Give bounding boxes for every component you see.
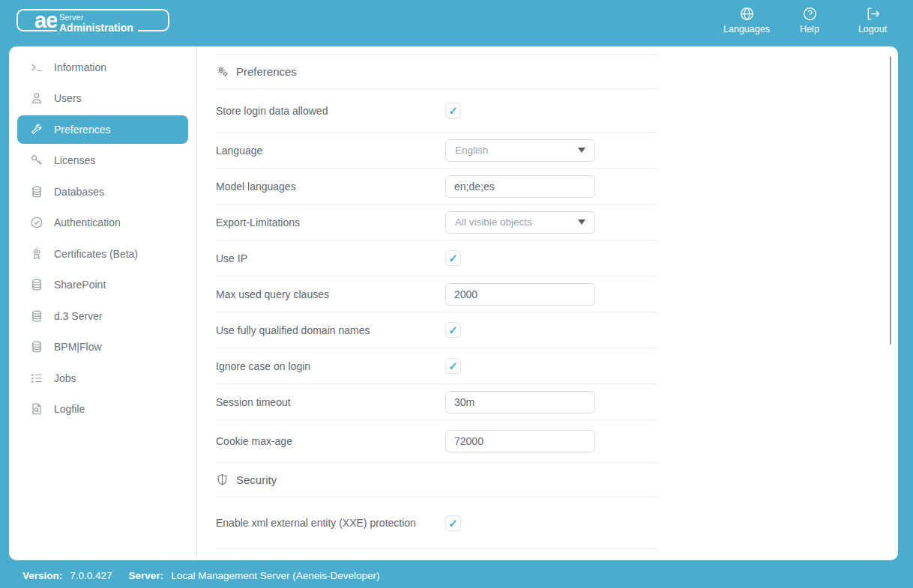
sidebar-item-information[interactable]: Information — [17, 52, 188, 83]
session-timeout-input[interactable] — [445, 391, 595, 413]
ignore-case-checkbox[interactable]: ✓ — [445, 358, 461, 374]
sidebar-item-bpm-flow[interactable]: BPM|Flow — [17, 332, 188, 363]
store-login-data-checkbox[interactable]: ✓ — [445, 103, 461, 118]
sidebar-item-label: Certificates (Beta) — [54, 248, 138, 260]
sidebar-item-logfile[interactable]: Logfile — [17, 394, 188, 425]
settings-content: Preferences Store login data allowed ✓ L… — [198, 46, 898, 560]
server-value: Local Management Server (Aeneis-Develope… — [171, 570, 379, 581]
sidebar-item-label: Jobs — [54, 372, 76, 384]
logfile-icon — [30, 402, 43, 416]
globe-icon — [739, 6, 755, 22]
sidebar-item-label: BPM|Flow — [54, 341, 102, 353]
sidebar-item-authentication[interactable]: Authentication — [17, 207, 188, 239]
row-store-login-data: Store login data allowed ✓ — [216, 89, 658, 133]
sidebar-item-label: Users — [54, 92, 82, 104]
sidebar-item-label: Databases — [54, 186, 104, 198]
max-query-clauses-input[interactable] — [445, 283, 595, 306]
field-label: Model languages — [216, 181, 445, 193]
version-label: Version: — [22, 570, 62, 581]
logout-icon — [865, 6, 881, 22]
row-session-timeout: Session timeout — [216, 384, 658, 420]
row-ignore-case: Ignore case on login ✓ — [216, 348, 658, 384]
app-header: ae Server Administration Languages Help — [0, 0, 913, 41]
scrolled-row-edge — [216, 46, 658, 55]
field-label: Use IP — [216, 252, 445, 264]
sidebar-item-jobs[interactable]: Jobs — [17, 363, 188, 394]
field-label: Ignore case on login — [216, 360, 445, 372]
cookie-max-age-input[interactable] — [445, 430, 595, 452]
row-fqdn: Use fully qualified domain names ✓ — [216, 312, 658, 348]
sidebar-item-label: SharePoint — [54, 279, 106, 291]
field-label: Cookie max-age — [216, 435, 445, 447]
wrench-icon — [30, 123, 43, 136]
field-label: Language — [216, 145, 445, 157]
sidebar-item-databases[interactable]: Databases — [17, 176, 188, 207]
logo-administration-label: Administration — [59, 22, 133, 33]
field-label: Store login data allowed — [216, 105, 445, 117]
row-export-limitations: Export-Limitations All visible objects — [216, 204, 658, 240]
check-circle-icon — [30, 216, 43, 229]
row-xxe-protection: Enable xml external entity (XXE) protect… — [216, 497, 658, 549]
field-label: Use fully qualified domain names — [216, 324, 445, 336]
database-icon — [30, 309, 43, 323]
sidebar-item-sharepoint[interactable]: SharePoint — [17, 270, 188, 301]
database-icon — [30, 278, 43, 291]
version-value: 7.0.0.427 — [70, 570, 112, 581]
help-label: Help — [800, 24, 819, 34]
main-panel: Information Users Preferences Licenses D… — [9, 46, 898, 560]
select-value: All visible objects — [455, 216, 532, 228]
sidebar-item-d3-server[interactable]: d.3 Server — [17, 300, 188, 332]
row-model-languages: Model languages — [216, 169, 658, 204]
vertical-scrollbar[interactable] — [890, 56, 891, 345]
sidebar-item-label: Licenses — [54, 154, 95, 166]
logout-label: Logout — [858, 24, 887, 34]
model-languages-input[interactable] — [445, 175, 595, 198]
section-header-preferences: Preferences — [216, 55, 658, 89]
database-icon — [30, 340, 43, 354]
help-button[interactable]: Help — [778, 6, 841, 34]
use-ip-checkbox[interactable]: ✓ — [445, 250, 461, 266]
sidebar-item-label: Authentication — [54, 216, 121, 228]
xxe-protection-checkbox[interactable]: ✓ — [445, 515, 461, 531]
row-use-ip: Use IP ✓ — [216, 240, 658, 276]
shield-icon — [216, 473, 229, 486]
select-value: English — [455, 145, 488, 156]
certificate-icon — [30, 247, 43, 261]
field-label: Session timeout — [216, 396, 445, 408]
gears-icon — [216, 65, 229, 78]
sidebar-item-preferences[interactable]: Preferences — [17, 115, 188, 144]
field-label: Max used query clauses — [216, 288, 445, 300]
languages-button[interactable]: Languages — [715, 6, 778, 34]
app-logo: ae Server Administration — [16, 9, 169, 31]
export-limitations-select[interactable]: All visible objects — [445, 211, 595, 234]
user-icon — [30, 91, 43, 105]
fqdn-checkbox[interactable]: ✓ — [445, 322, 461, 338]
status-bar: Version: 7.0.0.427 Server: Local Managem… — [0, 563, 913, 588]
chevron-down-icon — [578, 219, 585, 225]
sidebar-item-label: Logfile — [54, 403, 85, 415]
sidebar-nav: Information Users Preferences Licenses D… — [9, 46, 197, 560]
header-actions: Languages Help Logout — [715, 6, 904, 34]
section-title: Security — [236, 473, 277, 486]
section-header-security: Security — [216, 463, 658, 497]
field-label: Enable xml external entity (XXE) protect… — [216, 517, 445, 529]
language-select[interactable]: English — [445, 139, 595, 162]
chevron-down-icon — [578, 148, 585, 153]
section-title: Preferences — [236, 65, 297, 78]
row-max-query-clauses: Max used query clauses — [216, 276, 658, 312]
logo-mark: ae — [34, 10, 57, 30]
sidebar-item-licenses[interactable]: Licenses — [17, 145, 188, 177]
logo-server-label: Server — [59, 13, 133, 22]
terminal-icon — [30, 61, 43, 74]
sidebar-item-certificates[interactable]: Certificates (Beta) — [17, 238, 188, 270]
sidebar-item-users[interactable]: Users — [17, 83, 188, 115]
sidebar-item-label: Preferences — [54, 124, 110, 136]
key-icon — [30, 154, 43, 167]
sidebar-item-label: Information — [54, 61, 106, 73]
logout-button[interactable]: Logout — [841, 6, 904, 34]
server-label: Server: — [129, 570, 164, 581]
field-label: Export-Limitations — [216, 216, 445, 228]
sidebar-item-label: d.3 Server — [54, 310, 103, 322]
row-language: Language English — [216, 133, 658, 169]
database-icon — [30, 185, 43, 198]
